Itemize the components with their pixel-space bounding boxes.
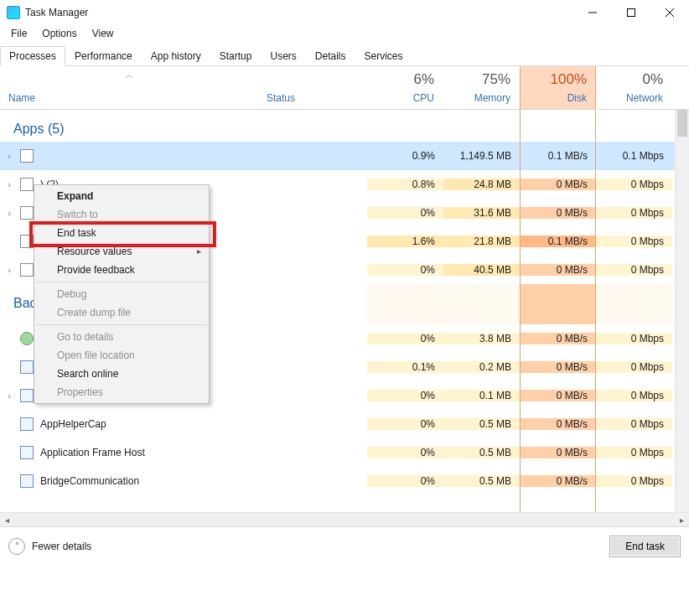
process-row[interactable]: › BridgeCommunication 0% 0.5 MB 0 MB/s 0… — [0, 467, 689, 495]
column-header-memory[interactable]: 75% Memory — [443, 66, 520, 109]
process-row[interactable]: › AppHelperCap 0% 0.5 MB 0 MB/s 0 Mbps — [0, 410, 689, 438]
context-menu: Expand Switch to End task Resource value… — [34, 184, 210, 404]
column-header-disk[interactable]: 100% Disk — [520, 66, 596, 109]
tab-details[interactable]: Details — [306, 46, 355, 66]
column-header-status-label: Status — [267, 92, 358, 104]
context-menu-open-file-location: Open file location — [35, 346, 208, 365]
process-cpu: 0% — [367, 207, 443, 219]
window-title: Task Manager — [25, 7, 573, 18]
chevron-right-icon[interactable]: › — [3, 264, 15, 276]
tab-app-history[interactable]: App history — [142, 46, 210, 66]
cpu-label: CPU — [376, 92, 434, 104]
service-icon — [20, 474, 34, 488]
process-memory: 0.2 MB — [443, 361, 520, 373]
process-disk: 0 MB/s — [520, 418, 596, 430]
service-icon — [20, 389, 34, 402]
column-header-network[interactable]: 0% Network — [596, 66, 672, 109]
app-icon — [20, 149, 34, 163]
process-cpu: 0.9% — [367, 150, 443, 162]
column-header-name-label: Name — [8, 92, 249, 104]
process-cpu: 0% — [367, 418, 443, 430]
process-network: 0 Mbps — [596, 475, 672, 487]
process-memory: 0.5 MB — [443, 475, 520, 487]
context-menu-separator — [36, 324, 207, 325]
fewer-details-button[interactable]: ˄ Fewer details — [8, 538, 91, 555]
service-icon — [20, 446, 34, 459]
process-disk: 0 MB/s — [520, 207, 596, 219]
column-header-status[interactable]: Status — [258, 66, 367, 109]
tab-processes[interactable]: Processes — [0, 46, 65, 66]
process-disk: 0 MB/s — [520, 475, 596, 487]
process-cpu: 0% — [367, 447, 443, 458]
menu-options[interactable]: Options — [34, 26, 84, 41]
column-header-name[interactable]: ︿ Name — [0, 66, 258, 109]
context-menu-end-task[interactable]: End task — [35, 224, 208, 242]
process-disk: 0 MB/s — [520, 447, 596, 458]
group-apps[interactable]: Apps (5) — [0, 122, 689, 142]
context-menu-expand[interactable]: Expand — [35, 187, 208, 205]
process-network: 0 Mbps — [596, 179, 672, 190]
service-icon — [20, 417, 34, 431]
minimize-button[interactable] — [573, 0, 612, 25]
context-menu-properties: Properties — [35, 383, 208, 401]
disk-total: 100% — [529, 71, 587, 88]
context-menu-go-to-details: Go to details — [35, 328, 208, 346]
app-icon — [20, 206, 34, 220]
cpu-total: 6% — [376, 71, 434, 88]
process-row[interactable]: › 0.9% 1,149.5 MB 0.1 MB/s 0.1 Mbps — [0, 142, 689, 170]
chevron-up-icon: ˄ — [8, 538, 25, 555]
process-row[interactable]: › Application Frame Host 0% 0.5 MB 0 MB/… — [0, 438, 689, 467]
process-disk: 0 MB/s — [520, 264, 596, 276]
tab-startup[interactable]: Startup — [210, 46, 262, 66]
process-name: BridgeCommunication — [40, 475, 139, 487]
process-disk: 0.1 MB/s — [520, 150, 596, 162]
scroll-left-icon[interactable]: ◂ — [0, 515, 14, 525]
process-memory: 0.5 MB — [443, 418, 520, 430]
process-name: Application Frame Host — [40, 447, 145, 458]
process-network: 0 Mbps — [596, 447, 672, 458]
horizontal-scrollbar[interactable]: ◂ ▸ — [0, 512, 689, 526]
chevron-right-icon: ▸ — [197, 246, 201, 256]
maximize-button[interactable] — [612, 0, 650, 25]
scroll-right-icon[interactable]: ▸ — [675, 515, 689, 525]
menu-view[interactable]: View — [85, 26, 122, 41]
process-memory: 0.5 MB — [443, 447, 520, 458]
vertical-scrollbar[interactable] — [675, 110, 689, 512]
chevron-right-icon[interactable]: › — [3, 390, 15, 401]
menu-file[interactable]: File — [3, 26, 34, 41]
tab-services[interactable]: Services — [355, 46, 412, 66]
memory-total: 75% — [452, 71, 510, 88]
app-icon — [20, 263, 34, 277]
context-menu-separator — [36, 282, 207, 282]
process-disk: 0.1 MB/s — [520, 236, 596, 247]
process-cpu: 0.8% — [367, 179, 443, 190]
process-memory: 1,149.5 MB — [443, 150, 520, 162]
close-button[interactable] — [650, 0, 689, 25]
tab-performance[interactable]: Performance — [65, 46, 142, 66]
context-menu-provide-feedback[interactable]: Provide feedback — [35, 261, 208, 279]
process-network: 0 Mbps — [596, 333, 672, 344]
chevron-right-icon[interactable]: › — [3, 207, 15, 219]
title-bar: Task Manager — [0, 0, 689, 25]
app-icon — [20, 332, 34, 345]
column-header-cpu[interactable]: 6% CPU — [367, 66, 443, 109]
window-controls — [573, 0, 689, 25]
end-task-button[interactable]: End task — [609, 536, 681, 557]
chevron-right-icon[interactable]: › — [3, 150, 15, 162]
fewer-details-label: Fewer details — [32, 541, 91, 552]
process-network: 0 Mbps — [596, 207, 672, 219]
context-menu-search-online[interactable]: Search online — [35, 365, 208, 383]
context-menu-resource-values[interactable]: Resource values ▸ — [35, 242, 208, 261]
process-network: 0 Mbps — [596, 264, 672, 276]
chevron-right-icon[interactable]: › — [3, 179, 15, 190]
process-memory: 40.5 MB — [443, 264, 520, 276]
process-cpu: 0% — [367, 390, 443, 401]
process-disk: 0 MB/s — [520, 390, 596, 401]
tab-users[interactable]: Users — [261, 46, 305, 66]
scrollbar-thumb[interactable] — [677, 110, 687, 137]
sort-indicator-icon: ︿ — [125, 70, 133, 81]
process-memory: 24.8 MB — [443, 179, 520, 190]
context-menu-create-dump: Create dump file — [35, 303, 208, 322]
network-total: 0% — [604, 71, 663, 88]
tab-bar: Processes Performance App history Startu… — [0, 45, 689, 66]
